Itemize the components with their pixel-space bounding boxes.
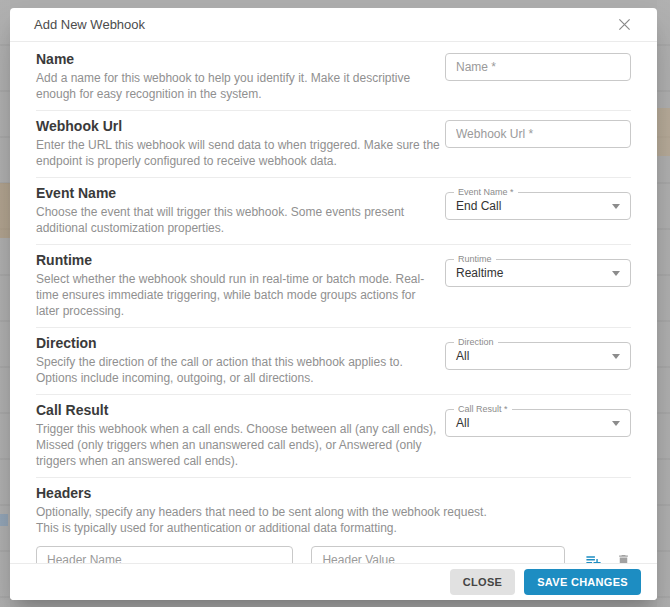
header-value-input[interactable] xyxy=(311,546,565,563)
dialog-header: Add New Webhook xyxy=(10,8,657,42)
chevron-down-icon xyxy=(612,271,620,276)
section-description-line2: This is typically used for authenticatio… xyxy=(36,520,631,536)
close-dialog-button[interactable] xyxy=(616,16,633,33)
form-section-headers: Headers Optionally, specify any headers … xyxy=(36,478,631,563)
chevron-down-icon xyxy=(612,354,620,359)
select-value: All xyxy=(456,416,469,430)
add-webhook-dialog: Add New Webhook Name Add a name for this… xyxy=(10,8,657,600)
select-value: Realtime xyxy=(456,266,503,280)
background-page-remnant xyxy=(657,108,670,156)
form-section-name: Name Add a name for this webhook to help… xyxy=(36,44,631,111)
section-heading: Webhook Url xyxy=(36,118,442,134)
section-description: Enter the URL this webhook will send dat… xyxy=(36,137,442,169)
call-result-select[interactable]: Call Result * All xyxy=(445,409,631,437)
section-description: Trigger this webhook when a call ends. C… xyxy=(36,421,442,469)
form-section-runtime: Runtime Select whether the webhook shoul… xyxy=(36,245,631,328)
background-page-remnant xyxy=(657,0,670,607)
name-input[interactable] xyxy=(445,53,631,81)
background-page-remnant xyxy=(0,514,8,526)
select-label: Call Result * xyxy=(454,404,512,415)
playlist-add-icon xyxy=(585,552,602,564)
add-header-button[interactable] xyxy=(585,552,602,564)
dialog-footer: CLOSE SAVE CHANGES xyxy=(10,563,657,600)
direction-select[interactable]: Direction All xyxy=(445,342,631,370)
form-section-call-result: Call Result Trigger this webhook when a … xyxy=(36,395,631,478)
close-icon xyxy=(618,18,631,31)
section-heading: Headers xyxy=(36,485,631,501)
select-value: All xyxy=(456,349,469,363)
select-value: End Call xyxy=(456,199,501,213)
event-name-select[interactable]: Event Name * End Call xyxy=(445,192,631,220)
section-description: Select whether the webhook should run in… xyxy=(36,271,442,319)
section-description-line1: Optionally, specify any headers that nee… xyxy=(36,504,631,520)
background-page-remnant xyxy=(0,183,10,238)
form-section-direction: Direction Specify the direction of the c… xyxy=(36,328,631,395)
chevron-down-icon xyxy=(612,421,620,426)
form-section-event-name: Event Name Choose the event that will tr… xyxy=(36,178,631,245)
delete-header-button[interactable] xyxy=(616,553,631,564)
section-heading: Direction xyxy=(36,335,442,351)
chevron-down-icon xyxy=(612,204,620,209)
section-description: Choose the event that will trigger this … xyxy=(36,204,442,236)
select-label: Direction xyxy=(454,337,498,348)
section-heading: Name xyxy=(36,51,442,67)
dialog-title: Add New Webhook xyxy=(34,17,145,32)
trash-icon xyxy=(616,553,631,564)
dialog-content: Name Add a name for this webhook to help… xyxy=(10,42,657,563)
section-description: Add a name for this webhook to help you … xyxy=(36,70,442,102)
form-section-webhook-url: Webhook Url Enter the URL this webhook w… xyxy=(36,111,631,178)
section-heading: Runtime xyxy=(36,252,442,268)
webhook-url-input[interactable] xyxy=(445,120,631,148)
runtime-select[interactable]: Runtime Realtime xyxy=(445,259,631,287)
save-changes-button[interactable]: SAVE CHANGES xyxy=(524,569,641,595)
section-heading: Call Result xyxy=(36,402,442,418)
select-label: Event Name * xyxy=(454,187,518,198)
close-button[interactable]: CLOSE xyxy=(450,569,515,595)
header-name-input[interactable] xyxy=(36,546,293,563)
select-label: Runtime xyxy=(454,254,496,265)
section-description: Specify the direction of the call or act… xyxy=(36,354,442,386)
section-heading: Event Name xyxy=(36,185,442,201)
